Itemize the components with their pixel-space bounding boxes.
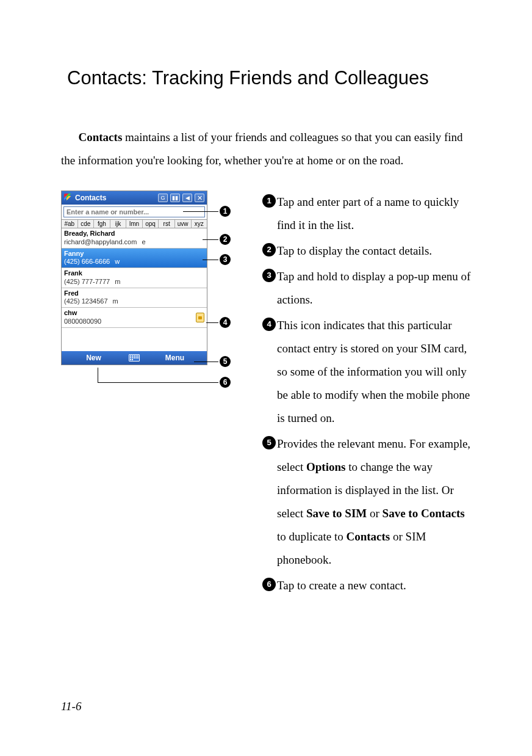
- callout-lead-2: [203, 239, 218, 240]
- contact-row[interactable]: Fred(425) 1234567m: [62, 288, 207, 308]
- contact-row[interactable]: Frank(425) 777-7777m: [62, 268, 207, 288]
- description-item: 4This icon indicates that this particula…: [262, 314, 471, 430]
- alpha-tab[interactable]: cde: [78, 220, 95, 228]
- alpha-tab[interactable]: #ab: [62, 220, 78, 228]
- description-number: 6: [262, 578, 276, 591]
- alpha-tab[interactable]: fgh: [94, 220, 110, 228]
- new-button[interactable]: New: [62, 354, 126, 362]
- contact-row[interactable]: chw0800080090: [62, 308, 207, 328]
- intro-paragraph: Contacts maintains a list of your friend…: [61, 126, 471, 172]
- menu-button[interactable]: Menu: [143, 354, 207, 362]
- intro-bold: Contacts: [79, 131, 123, 144]
- description-item: 3Tap and hold to display a pop-up menu o…: [262, 265, 471, 311]
- description-number: 2: [262, 243, 276, 256]
- contact-detail: (425) 777-7777m: [64, 278, 204, 286]
- contact-detail: richard@happyland.come: [64, 238, 204, 247]
- alpha-tab[interactable]: ijk: [110, 220, 127, 228]
- alpha-tab[interactable]: xyz: [192, 220, 207, 228]
- contact-name: Frank: [64, 269, 204, 278]
- callout-marker-2: 2: [220, 234, 231, 245]
- alpha-tab[interactable]: lmn: [126, 220, 143, 228]
- description-item: 1Tap and enter part of a name to quickly…: [262, 191, 471, 237]
- contact-row[interactable]: Fanny(425) 666-6666w: [62, 249, 207, 269]
- close-icon[interactable]: ✕: [195, 194, 204, 202]
- contact-name: Fred: [64, 289, 204, 298]
- contact-name: Bready, Richard: [64, 230, 204, 238]
- description-text: Provides the relevant menu. For example,…: [277, 432, 471, 572]
- callout-marker-6: 6: [220, 377, 231, 388]
- contact-detail: (425) 666-6666w: [64, 258, 204, 266]
- list-blank-area: [62, 328, 207, 351]
- start-flag-icon[interactable]: [64, 194, 73, 202]
- contact-row[interactable]: Bready, Richardrichard@happyland.come: [62, 228, 207, 249]
- callout-lead-3: [203, 260, 218, 260]
- callout-lead-4: [206, 322, 218, 323]
- speaker-icon[interactable]: ◀: [182, 194, 192, 202]
- alpha-tab[interactable]: rst: [159, 220, 175, 228]
- description-number: 5: [262, 436, 276, 449]
- callout-marker-5: 5: [220, 356, 231, 367]
- connection-g-icon[interactable]: G: [158, 194, 168, 202]
- page-title: Contacts: Tracking Friends and Colleague…: [61, 67, 471, 89]
- search-input[interactable]: [63, 206, 205, 217]
- description-column: 1Tap and enter part of a name to quickly…: [262, 191, 471, 600]
- callout-marker-4: 4: [220, 317, 231, 328]
- callout-marker-3: 3: [220, 254, 231, 265]
- alpha-tabbar[interactable]: #abcdefghijklmnopqrstuvwxyz: [62, 219, 207, 228]
- titlebar: Contacts G ▮▮ ◀ ✕: [62, 191, 207, 205]
- callout-lead-6-h: [98, 382, 218, 383]
- pocketpc-screenshot: Contacts G ▮▮ ◀ ✕ #abcdefghijklmnopqrstu…: [61, 191, 207, 365]
- description-item: 5Provides the relevant menu. For example…: [262, 432, 471, 572]
- description-number: 1: [262, 194, 276, 208]
- contact-detail: 0800080090: [64, 318, 204, 326]
- description-text: Tap to display the contact details.: [277, 239, 471, 263]
- screenshot-column: Contacts G ▮▮ ◀ ✕ #abcdefghijklmnopqrstu…: [61, 191, 238, 365]
- keyboard-icon[interactable]: [126, 351, 143, 365]
- app-title: Contacts: [75, 194, 106, 202]
- alpha-tab[interactable]: opq: [143, 220, 159, 228]
- callout-lead-6-v: [98, 368, 98, 382]
- contact-detail: (425) 1234567m: [64, 297, 204, 306]
- signal-icon[interactable]: ▮▮: [170, 194, 180, 202]
- sim-card-icon: [196, 313, 204, 322]
- page-number: 11-6: [61, 700, 81, 713]
- description-text: Tap and hold to display a pop-up menu of…: [277, 265, 471, 311]
- description-number: 4: [262, 318, 276, 331]
- search-row: [62, 205, 207, 219]
- callout-lead-5: [194, 362, 218, 362]
- alpha-tab[interactable]: uvw: [175, 220, 192, 228]
- contacts-list: Bready, Richardrichard@happyland.comeFan…: [62, 228, 207, 328]
- description-text: Tap and enter part of a name to quickly …: [277, 191, 471, 237]
- description-number: 3: [262, 269, 276, 282]
- bottom-bar: New Menu: [62, 351, 207, 365]
- description-item: 2Tap to display the contact details.: [262, 239, 471, 263]
- description-item: 6Tap to create a new contact.: [262, 574, 471, 597]
- contact-name: Fanny: [64, 250, 204, 258]
- description-text: This icon indicates that this particular…: [277, 314, 471, 430]
- callout-lead-1: [183, 211, 218, 212]
- description-text: Tap to create a new contact.: [277, 574, 471, 597]
- callout-marker-1: 1: [220, 206, 231, 217]
- contact-name: chw: [64, 309, 204, 318]
